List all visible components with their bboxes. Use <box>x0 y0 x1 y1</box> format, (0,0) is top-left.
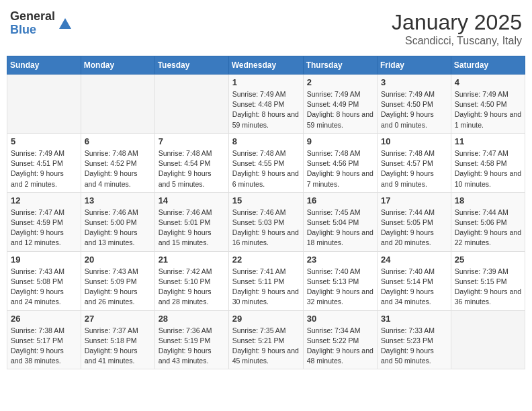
day-info: Sunrise: 7:48 AM Sunset: 4:57 PM Dayligh… <box>381 148 447 189</box>
calendar-cell: 16Sunrise: 7:45 AM Sunset: 5:04 PM Dayli… <box>303 192 377 251</box>
calendar-cell: 8Sunrise: 7:48 AM Sunset: 4:55 PM Daylig… <box>228 133 303 192</box>
day-number: 15 <box>232 195 300 205</box>
weekday-header-friday: Friday <box>378 56 451 75</box>
day-info: Sunrise: 7:45 AM Sunset: 5:04 PM Dayligh… <box>307 208 373 248</box>
day-number: 10 <box>381 136 447 146</box>
day-number: 7 <box>159 136 225 146</box>
logo-general: General <box>10 10 55 24</box>
page-header: General Blue January 2025 Scandicci, Tus… <box>7 7 525 50</box>
day-info: Sunrise: 7:41 AM Sunset: 5:11 PM Dayligh… <box>232 267 300 308</box>
weekday-header-tuesday: Tuesday <box>154 56 228 75</box>
calendar-cell: 10Sunrise: 7:48 AM Sunset: 4:57 PM Dayli… <box>378 133 451 192</box>
day-number: 3 <box>381 77 447 87</box>
day-info: Sunrise: 7:33 AM Sunset: 5:23 PM Dayligh… <box>381 326 447 367</box>
day-info: Sunrise: 7:47 AM Sunset: 4:59 PM Dayligh… <box>11 208 77 248</box>
calendar-cell: 29Sunrise: 7:35 AM Sunset: 5:21 PM Dayli… <box>228 310 303 369</box>
calendar-cell: 9Sunrise: 7:48 AM Sunset: 4:56 PM Daylig… <box>303 133 377 192</box>
calendar-cell <box>451 310 525 369</box>
day-number: 9 <box>307 136 373 146</box>
day-info: Sunrise: 7:36 AM Sunset: 5:19 PM Dayligh… <box>159 326 225 367</box>
day-info: Sunrise: 7:49 AM Sunset: 4:48 PM Dayligh… <box>232 89 300 130</box>
calendar-cell: 5Sunrise: 7:49 AM Sunset: 4:51 PM Daylig… <box>7 133 81 192</box>
day-info: Sunrise: 7:49 AM Sunset: 4:50 PM Dayligh… <box>455 89 521 130</box>
calendar-cell <box>7 75 81 134</box>
calendar-cell: 3Sunrise: 7:49 AM Sunset: 4:50 PM Daylig… <box>378 75 451 134</box>
calendar-cell <box>81 75 154 134</box>
day-info: Sunrise: 7:46 AM Sunset: 5:00 PM Dayligh… <box>85 208 151 248</box>
calendar-cell: 26Sunrise: 7:38 AM Sunset: 5:17 PM Dayli… <box>7 310 81 369</box>
day-info: Sunrise: 7:47 AM Sunset: 4:58 PM Dayligh… <box>455 148 521 189</box>
calendar-week-row: 12Sunrise: 7:47 AM Sunset: 4:59 PM Dayli… <box>7 192 525 251</box>
calendar-cell: 19Sunrise: 7:43 AM Sunset: 5:08 PM Dayli… <box>7 251 81 310</box>
calendar-cell: 30Sunrise: 7:34 AM Sunset: 5:22 PM Dayli… <box>303 310 377 369</box>
day-info: Sunrise: 7:40 AM Sunset: 5:13 PM Dayligh… <box>307 267 373 308</box>
logo-blue: Blue <box>10 24 55 37</box>
day-info: Sunrise: 7:49 AM Sunset: 4:49 PM Dayligh… <box>307 89 373 130</box>
calendar-week-row: 1Sunrise: 7:49 AM Sunset: 4:48 PM Daylig… <box>7 75 525 134</box>
day-number: 6 <box>85 136 151 146</box>
day-number: 1 <box>232 77 300 87</box>
day-info: Sunrise: 7:35 AM Sunset: 5:21 PM Dayligh… <box>232 326 300 367</box>
day-number: 29 <box>232 314 300 324</box>
calendar-cell: 17Sunrise: 7:44 AM Sunset: 5:05 PM Dayli… <box>378 192 451 251</box>
day-info: Sunrise: 7:49 AM Sunset: 4:51 PM Dayligh… <box>11 148 77 189</box>
calendar-cell: 21Sunrise: 7:42 AM Sunset: 5:10 PM Dayli… <box>154 251 228 310</box>
day-number: 4 <box>455 77 521 87</box>
day-number: 13 <box>85 195 151 205</box>
day-info: Sunrise: 7:44 AM Sunset: 5:06 PM Dayligh… <box>455 208 521 248</box>
calendar-cell: 22Sunrise: 7:41 AM Sunset: 5:11 PM Dayli… <box>228 251 303 310</box>
day-info: Sunrise: 7:43 AM Sunset: 5:08 PM Dayligh… <box>11 267 77 308</box>
day-number: 20 <box>85 255 151 265</box>
calendar-cell: 27Sunrise: 7:37 AM Sunset: 5:18 PM Dayli… <box>81 310 154 369</box>
day-number: 30 <box>307 314 373 324</box>
day-info: Sunrise: 7:39 AM Sunset: 5:15 PM Dayligh… <box>455 267 521 308</box>
day-info: Sunrise: 7:48 AM Sunset: 4:56 PM Dayligh… <box>307 148 373 189</box>
day-info: Sunrise: 7:34 AM Sunset: 5:22 PM Dayligh… <box>307 326 373 367</box>
day-number: 25 <box>455 255 521 265</box>
day-info: Sunrise: 7:38 AM Sunset: 5:17 PM Dayligh… <box>11 326 77 367</box>
day-info: Sunrise: 7:37 AM Sunset: 5:18 PM Dayligh… <box>85 326 151 367</box>
weekday-header-sunday: Sunday <box>7 56 81 75</box>
weekday-header-monday: Monday <box>81 56 154 75</box>
day-number: 19 <box>11 255 77 265</box>
day-number: 17 <box>381 195 447 205</box>
day-number: 2 <box>307 77 373 87</box>
calendar-cell: 6Sunrise: 7:48 AM Sunset: 4:52 PM Daylig… <box>81 133 154 192</box>
day-number: 11 <box>455 136 521 146</box>
day-number: 18 <box>455 195 521 205</box>
calendar-cell: 20Sunrise: 7:43 AM Sunset: 5:09 PM Dayli… <box>81 251 154 310</box>
calendar-cell: 12Sunrise: 7:47 AM Sunset: 4:59 PM Dayli… <box>7 192 81 251</box>
day-number: 8 <box>232 136 300 146</box>
weekday-header-wednesday: Wednesday <box>228 56 303 75</box>
day-info: Sunrise: 7:46 AM Sunset: 5:01 PM Dayligh… <box>159 208 225 248</box>
calendar-cell: 18Sunrise: 7:44 AM Sunset: 5:06 PM Dayli… <box>451 192 525 251</box>
day-number: 24 <box>381 255 447 265</box>
weekday-header-row: SundayMondayTuesdayWednesdayThursdayFrid… <box>7 56 525 75</box>
day-info: Sunrise: 7:49 AM Sunset: 4:50 PM Dayligh… <box>381 89 447 130</box>
month-title: January 2025 <box>392 10 522 35</box>
calendar-cell: 23Sunrise: 7:40 AM Sunset: 5:13 PM Dayli… <box>303 251 377 310</box>
calendar-cell <box>154 75 228 134</box>
day-info: Sunrise: 7:46 AM Sunset: 5:03 PM Dayligh… <box>232 208 300 248</box>
day-number: 12 <box>11 195 77 205</box>
calendar-cell: 14Sunrise: 7:46 AM Sunset: 5:01 PM Dayli… <box>154 192 228 251</box>
day-info: Sunrise: 7:48 AM Sunset: 4:54 PM Dayligh… <box>159 148 225 189</box>
day-info: Sunrise: 7:40 AM Sunset: 5:14 PM Dayligh… <box>381 267 447 308</box>
logo-icon <box>58 17 73 32</box>
calendar-cell: 2Sunrise: 7:49 AM Sunset: 4:49 PM Daylig… <box>303 75 377 134</box>
calendar-table: SundayMondayTuesdayWednesdayThursdayFrid… <box>7 56 525 369</box>
day-number: 31 <box>381 314 447 324</box>
calendar-cell: 11Sunrise: 7:47 AM Sunset: 4:58 PM Dayli… <box>451 133 525 192</box>
svg-marker-0 <box>59 18 71 29</box>
weekday-header-saturday: Saturday <box>451 56 525 75</box>
day-number: 21 <box>159 255 225 265</box>
day-info: Sunrise: 7:44 AM Sunset: 5:05 PM Dayligh… <box>381 208 447 248</box>
calendar-week-row: 19Sunrise: 7:43 AM Sunset: 5:08 PM Dayli… <box>7 251 525 310</box>
title-area: January 2025 Scandicci, Tuscany, Italy <box>392 10 522 47</box>
day-number: 28 <box>159 314 225 324</box>
calendar-cell: 13Sunrise: 7:46 AM Sunset: 5:00 PM Dayli… <box>81 192 154 251</box>
weekday-header-thursday: Thursday <box>303 56 377 75</box>
day-info: Sunrise: 7:48 AM Sunset: 4:52 PM Dayligh… <box>85 148 151 189</box>
calendar-cell: 1Sunrise: 7:49 AM Sunset: 4:48 PM Daylig… <box>228 75 303 134</box>
calendar-cell: 7Sunrise: 7:48 AM Sunset: 4:54 PM Daylig… <box>154 133 228 192</box>
